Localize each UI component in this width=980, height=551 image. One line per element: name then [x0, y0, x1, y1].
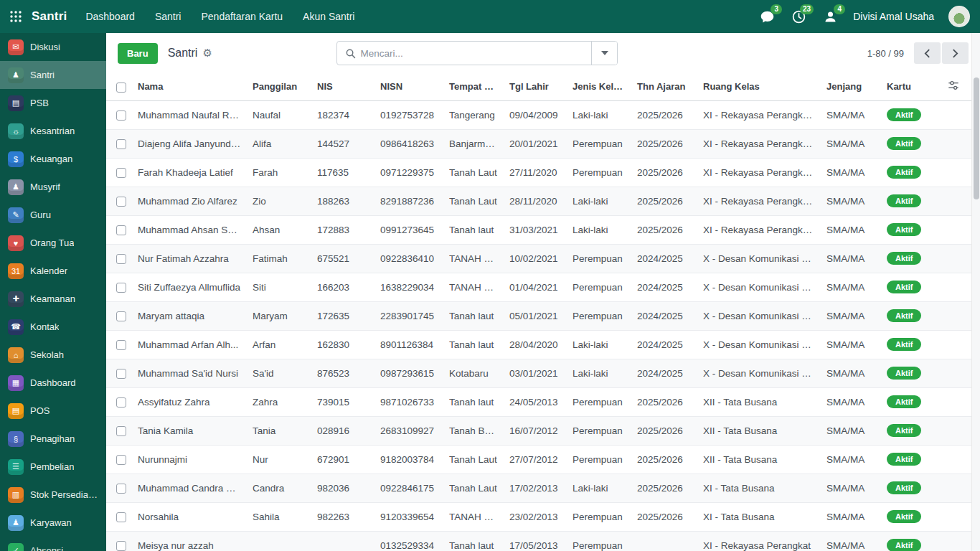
search-input[interactable]	[360, 42, 591, 65]
sidebar-item-karyawan[interactable]: ♟ Karyawan	[0, 509, 106, 537]
row-checkbox[interactable]	[116, 197, 126, 207]
sidebar-item-dashboard[interactable]: ▦ Dashboard	[0, 369, 106, 397]
row-checkbox[interactable]	[116, 397, 126, 408]
table-row[interactable]: Muhammad Candra Fa... Candra 982036 0922…	[106, 474, 971, 502]
app-brand[interactable]: Santri	[32, 9, 67, 24]
action-gear-icon[interactable]: ⚙	[202, 47, 212, 60]
sidebar-item-stok-persediaan[interactable]: ▥ Stok Persediaan	[0, 481, 106, 509]
pagination-buttons	[914, 42, 969, 64]
table-row[interactable]: Muhammad Ahsan Sya... Ahsan 172883 09912…	[106, 215, 971, 244]
sidebar-item-sekolah[interactable]: ⌂ Sekolah	[0, 341, 106, 369]
sidebar-item-santri[interactable]: ♟ Santri	[0, 61, 106, 89]
user-avatar[interactable]	[948, 6, 970, 27]
row-checkbox[interactable]	[116, 168, 126, 178]
row-checkbox[interactable]	[116, 225, 126, 235]
activities-icon[interactable]: 23	[790, 8, 807, 25]
apps-grid-icon[interactable]	[0, 0, 32, 33]
sidebar-item-psb[interactable]: ▤ PSB	[0, 89, 106, 117]
row-checkbox[interactable]	[116, 484, 126, 494]
row-checkbox[interactable]	[116, 254, 126, 264]
sidebar-item-keamanan[interactable]: ✚ Keamanan	[0, 285, 106, 313]
sidebar-item-penagihan[interactable]: § Penagihan	[0, 425, 106, 453]
column-header-thn-ajaran[interactable]: Thn Ajaran	[631, 73, 697, 100]
column-header-tempat-lahir[interactable]: Tempat La...	[443, 73, 504, 100]
santri-icon: ♟	[8, 67, 24, 83]
table-row[interactable]: Assyifatuz Zahra Zahra 739015 9871026733…	[106, 387, 971, 416]
table-row[interactable]: Diajeng Alifa Janyunda... Alifa 144527 0…	[106, 129, 971, 158]
column-header-panggilan[interactable]: Panggilan	[247, 73, 311, 100]
sidebar-item-pos[interactable]: ▤ POS	[0, 397, 106, 425]
menu-dashboard[interactable]: Dashboard	[85, 11, 135, 22]
sidebar-item-orang-tua[interactable]: ♥ Orang Tua	[0, 229, 106, 257]
table-row[interactable]: Nur Fatimah Azzahra Fatimah 675521 09228…	[106, 244, 971, 273]
sidebar-item-guru[interactable]: ✎ Guru	[0, 201, 106, 229]
activities-badge: 23	[800, 4, 814, 14]
column-header-nama[interactable]: Nama	[132, 73, 247, 100]
row-checkbox[interactable]	[116, 455, 126, 465]
cell-jenjang: SMA/MA	[821, 445, 881, 474]
messages-icon[interactable]: 3	[758, 8, 776, 25]
user-company-menu[interactable]: Divisi Amal Usaha	[853, 11, 934, 22]
table-row[interactable]: Meisya nur azzah 0132529334 Tanah laut 1…	[106, 531, 971, 551]
cell-jenjang: SMA/MA	[821, 187, 881, 215]
row-checkbox[interactable]	[116, 541, 126, 551]
table-row[interactable]: Siti Zuffaezya Allmuflida Siti 166203 16…	[106, 273, 971, 301]
menu-santri[interactable]: Santri	[155, 11, 182, 22]
new-record-button[interactable]: Baru	[118, 43, 158, 64]
cell-thn-ajaran: 2025/2026	[631, 158, 697, 187]
row-checkbox[interactable]	[116, 340, 126, 350]
sidebar-item-kesantrian[interactable]: ☼ Kesantrian	[0, 117, 106, 145]
cell-nisn: 2683109927	[374, 416, 443, 445]
cell-tempat-lahir: Tanah laut	[443, 330, 504, 359]
table-row[interactable]: Maryam attaqia Maryam 172635 2283901745 …	[106, 301, 971, 330]
cell-jenis-kelamin: Perempuan	[567, 301, 631, 330]
sidebar-item-kalender[interactable]: 31 Kalender	[0, 257, 106, 285]
column-header-kartu[interactable]: Kartu	[881, 73, 936, 100]
table-row[interactable]: Nurunnajmi Nur 672901 9182003784 Tanah L…	[106, 445, 971, 474]
top-menu: Dashboard Santri Pendaftaran Kartu Akun …	[85, 11, 354, 22]
next-page-button[interactable]	[942, 42, 969, 64]
row-checkbox[interactable]	[116, 311, 126, 321]
table-row[interactable]: Farah Khadeeja Latief Farah 117635 09712…	[106, 158, 971, 187]
search-filter-dropdown-toggle[interactable]	[591, 42, 617, 65]
column-options-icon[interactable]	[948, 83, 959, 93]
table-row[interactable]: Muhammad Arfan Alh... Arfan 162830 89011…	[106, 330, 971, 359]
column-header-ruang-kelas[interactable]: Ruang Kelas	[697, 73, 821, 100]
table-row[interactable]: Muhammad Sa'id Nursi Sa'id 876523 098729…	[106, 359, 971, 387]
cell-nisn: 8901126384	[374, 330, 443, 359]
column-header-nisn[interactable]: NISN	[374, 73, 443, 100]
row-checkbox[interactable]	[116, 283, 126, 293]
cell-spacer	[936, 100, 971, 129]
menu-pendaftaran-kartu[interactable]: Pendaftaran Kartu	[201, 11, 283, 22]
table-row[interactable]: Norsahila Sahila 982263 9120339654 TANAH…	[106, 502, 971, 531]
status-badge: Aktif	[887, 108, 921, 121]
column-header-tgl-lahir[interactable]: Tgl Lahir	[504, 73, 567, 100]
table-row[interactable]: Tania Kamila Tania 028916 2683109927 Tan…	[106, 416, 971, 445]
column-header-jenjang[interactable]: Jenjang	[821, 73, 881, 100]
cell-tgl-lahir: 17/02/2013	[504, 474, 567, 502]
table-row[interactable]: Muhammad Naufal Rai... Naufal 182374 019…	[106, 100, 971, 129]
sidebar-item-musyrif[interactable]: ♟ Musyrif	[0, 173, 106, 201]
row-checkbox[interactable]	[116, 110, 126, 121]
menu-akun-santri[interactable]: Akun Santri	[303, 11, 354, 22]
row-checkbox[interactable]	[116, 426, 126, 436]
row-checkbox[interactable]	[116, 369, 126, 379]
sidebar-item-diskusi[interactable]: ✉ Diskusi	[0, 33, 106, 61]
row-checkbox[interactable]	[116, 512, 126, 522]
vertical-scrollbar[interactable]	[971, 33, 980, 551]
table-row[interactable]: Muhammad Zio Alfarez Zio 188263 82918872…	[106, 187, 971, 215]
requests-icon[interactable]: 4	[821, 8, 839, 25]
sidebar-item-keuangan[interactable]: $ Keuangan	[0, 145, 106, 173]
cell-nama: Muhammad Zio Alfarez	[132, 187, 247, 215]
column-header-nis[interactable]: NIS	[311, 73, 374, 100]
select-all-checkbox[interactable]	[116, 83, 126, 93]
cell-jenis-kelamin: Laki-laki	[567, 215, 631, 244]
sidebar-item-pembelian[interactable]: ☰ Pembelian	[0, 453, 106, 481]
sidebar-item-kontak[interactable]: ☎ Kontak	[0, 313, 106, 341]
row-checkbox[interactable]	[116, 139, 126, 149]
column-header-jenis-kelamin[interactable]: Jenis Kela...	[567, 73, 631, 100]
previous-page-button[interactable]	[914, 42, 941, 64]
scrollbar-thumb[interactable]	[974, 77, 979, 199]
sidebar-item-absensi[interactable]: ✓ Absensi	[0, 537, 106, 551]
cell-nis: 166203	[311, 273, 374, 301]
